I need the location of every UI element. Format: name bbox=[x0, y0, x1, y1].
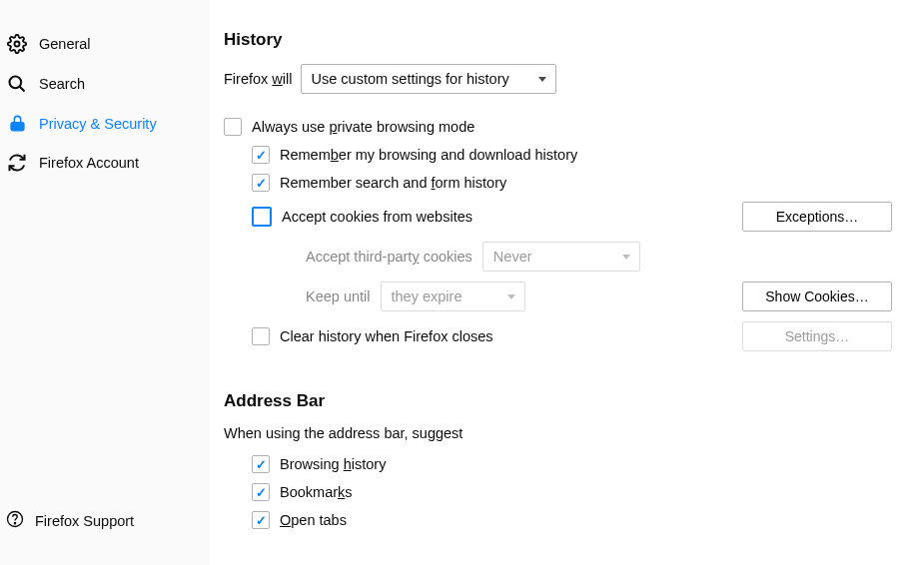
suggest-bookmarks-row: Bookmarks bbox=[252, 483, 892, 501]
will-label: Firefox will bbox=[224, 71, 293, 87]
show-cookies-button[interactable]: Show Cookies… bbox=[742, 282, 892, 311]
history-mode-select[interactable]: Use custom settings for history bbox=[301, 64, 556, 94]
suggest-history-label: Browsing history bbox=[280, 456, 386, 472]
svg-point-5 bbox=[14, 523, 15, 524]
remember-form-checkbox[interactable] bbox=[252, 174, 270, 192]
sidebar-item-general[interactable]: General bbox=[0, 24, 210, 64]
suggest-opentabs-label: Open tabs bbox=[280, 512, 347, 528]
keep-until-select[interactable]: they expire bbox=[381, 282, 525, 311]
settings-button[interactable]: Settings… bbox=[742, 321, 892, 351]
sidebar-item-label: Search bbox=[39, 76, 85, 92]
third-party-label: Accept third-party cookies bbox=[306, 249, 472, 265]
accept-cookies-row: Accept cookies from websites Exceptions… bbox=[224, 202, 892, 232]
lock-icon bbox=[6, 114, 28, 133]
svg-line-2 bbox=[20, 87, 25, 92]
suggest-opentabs-row: Open tabs bbox=[252, 511, 892, 529]
gear-icon bbox=[6, 34, 28, 54]
addressbar-options: Browsing history Bookmarks Open tabs bbox=[224, 455, 892, 529]
svg-point-0 bbox=[15, 42, 20, 47]
remember-browsing-row: Remember my browsing and download histor… bbox=[224, 146, 892, 164]
third-party-select-wrap: Never bbox=[482, 242, 640, 272]
sidebar-item-label: Firefox Account bbox=[39, 155, 139, 171]
suggest-history-row: Browsing history bbox=[252, 455, 892, 473]
suggest-bookmarks-checkbox[interactable] bbox=[252, 483, 270, 501]
history-mode-select-wrap: Use custom settings for history bbox=[301, 64, 556, 94]
remember-form-row: Remember search and form history bbox=[224, 174, 892, 192]
sync-icon bbox=[6, 153, 28, 173]
sidebar: General Search Privacy & Security bbox=[0, 0, 210, 565]
sidebar-item-firefox-account[interactable]: Firefox Account bbox=[0, 143, 210, 183]
clear-history-row: Clear history when Firefox closes Settin… bbox=[224, 321, 892, 351]
remember-form-label: Remember search and form history bbox=[280, 175, 506, 191]
keep-until-label: Keep until bbox=[306, 288, 371, 304]
sidebar-item-label: Privacy & Security bbox=[39, 116, 157, 132]
addressbar-hint: When using the address bar, suggest bbox=[224, 425, 892, 441]
accept-cookies-checkbox[interactable] bbox=[252, 207, 272, 227]
sidebar-item-support[interactable]: Firefox Support bbox=[0, 500, 210, 541]
main-content: History Firefox will Use custom settings… bbox=[210, 0, 924, 565]
svg-point-1 bbox=[10, 77, 22, 89]
third-party-select[interactable]: Never bbox=[482, 242, 640, 272]
svg-rect-3 bbox=[11, 123, 24, 131]
suggest-opentabs-checkbox[interactable] bbox=[252, 511, 270, 529]
keep-until-row: Keep until they expire Show Cookies… bbox=[224, 282, 892, 311]
third-party-row: Accept third-party cookies Never bbox=[224, 242, 892, 272]
accept-cookies-label: Accept cookies from websites bbox=[282, 209, 472, 225]
remember-browsing-label: Remember my browsing and download histor… bbox=[280, 147, 577, 163]
history-mode-row: Firefox will Use custom settings for his… bbox=[224, 64, 892, 94]
sidebar-item-privacy-security[interactable]: Privacy & Security bbox=[0, 104, 210, 143]
sidebar-item-label: General bbox=[39, 36, 91, 52]
remember-browsing-checkbox[interactable] bbox=[252, 146, 270, 164]
help-icon bbox=[6, 510, 24, 531]
suggest-history-checkbox[interactable] bbox=[252, 455, 270, 473]
clear-history-checkbox[interactable] bbox=[252, 327, 270, 345]
clear-history-label: Clear history when Firefox closes bbox=[280, 328, 493, 344]
keep-until-select-wrap: they expire bbox=[381, 282, 525, 311]
sidebar-nav: General Search Privacy & Security bbox=[0, 24, 210, 500]
search-icon bbox=[6, 74, 28, 94]
history-section-title: History bbox=[224, 30, 892, 50]
private-browsing-checkbox[interactable] bbox=[224, 118, 242, 136]
suggest-bookmarks-label: Bookmarks bbox=[280, 484, 353, 500]
private-browsing-row: Always use private browsing mode bbox=[224, 118, 892, 136]
addressbar-section-title: Address Bar bbox=[224, 391, 892, 411]
sidebar-item-search[interactable]: Search bbox=[0, 64, 210, 104]
private-browsing-label: Always use private browsing mode bbox=[252, 119, 474, 135]
sidebar-support-label: Firefox Support bbox=[35, 513, 134, 529]
exceptions-button[interactable]: Exceptions… bbox=[742, 202, 892, 232]
